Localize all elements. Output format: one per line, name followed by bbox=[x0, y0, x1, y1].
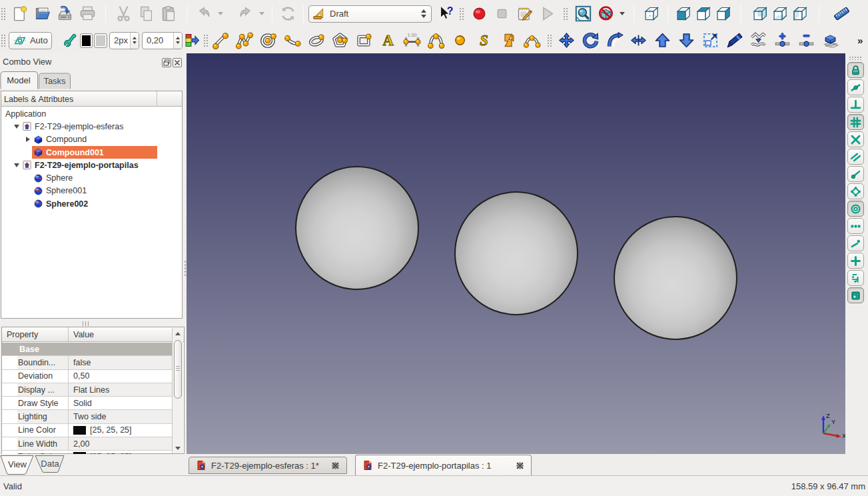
workbench-selector[interactable]: Draft bbox=[308, 5, 432, 23]
draft-scale-button[interactable] bbox=[699, 30, 722, 51]
draft-move-button[interactable] bbox=[556, 30, 578, 51]
sphere-0[interactable] bbox=[295, 166, 419, 290]
draft-edit-button[interactable] bbox=[723, 30, 746, 51]
snap-intersection-button[interactable] bbox=[847, 131, 864, 147]
undo-dropdown[interactable] bbox=[215, 3, 225, 25]
undo-button[interactable] bbox=[193, 3, 215, 25]
measure-distance-button[interactable] bbox=[830, 3, 853, 25]
value-column-header[interactable]: Value bbox=[69, 327, 184, 341]
draft-wire-to-bspline-button[interactable] bbox=[747, 30, 770, 51]
open-document-button[interactable] bbox=[31, 3, 53, 25]
property-value[interactable]: Flat Lines bbox=[69, 385, 173, 395]
refresh-button[interactable] bbox=[276, 3, 299, 25]
property-row-lighting[interactable]: LightingTwo side bbox=[2, 410, 173, 423]
macro-edit-button[interactable] bbox=[513, 3, 536, 25]
draft-rotate-button[interactable] bbox=[580, 30, 602, 51]
view-axonometric-button[interactable] bbox=[640, 3, 662, 25]
draft-del-point-button[interactable] bbox=[795, 30, 818, 51]
draft-bezier-button[interactable] bbox=[521, 30, 544, 51]
text-size-spin-arrows[interactable] bbox=[173, 33, 182, 49]
snap-perpendicular-button[interactable] bbox=[847, 97, 864, 113]
tree-item-box[interactable]: F2-T29-ejemplo-esferas bbox=[21, 120, 127, 133]
redo-dropdown[interactable] bbox=[256, 3, 266, 25]
draft-ellipse-button[interactable] bbox=[305, 30, 328, 51]
tree-item-box[interactable]: Sphere001 bbox=[32, 185, 91, 197]
face-color-swatch[interactable] bbox=[94, 33, 107, 48]
snap-dimensions-button[interactable] bbox=[847, 270, 864, 286]
tree-item-sphere001[interactable]: Sphere001 bbox=[1, 185, 157, 197]
draft-trimex-button[interactable] bbox=[628, 30, 650, 51]
cut-button[interactable] bbox=[112, 3, 135, 25]
property-value[interactable]: Solid bbox=[69, 399, 173, 408]
draft-add-point-button[interactable] bbox=[771, 30, 794, 51]
tree-expander-open[interactable] bbox=[13, 163, 21, 167]
tree-item-f2-t29-ejemplo-portapilas[interactable]: F2-T29-ejemplo-portapilas bbox=[1, 159, 157, 171]
file-toolbar-handle[interactable] bbox=[0, 7, 7, 21]
draft-mod-toolbar-handle[interactable] bbox=[546, 33, 552, 48]
property-row-deviation[interactable]: Deviation0,50 bbox=[2, 370, 173, 383]
snap-toolbar-handle[interactable] bbox=[849, 56, 862, 60]
tab-close-icon[interactable] bbox=[516, 461, 524, 470]
line-width-spin-arrows[interactable] bbox=[130, 33, 139, 49]
property-row-boundin-[interactable]: Boundin...false bbox=[2, 356, 173, 369]
print-button[interactable] bbox=[76, 3, 99, 25]
snap-working-plane-button[interactable] bbox=[847, 287, 864, 303]
draft-point-button[interactable] bbox=[449, 30, 472, 51]
snap-midpoint-button[interactable] bbox=[847, 79, 864, 95]
property-value[interactable]: [25, 25, 25] bbox=[69, 452, 173, 454]
toolbar-overflow[interactable]: » bbox=[853, 35, 868, 46]
scroll-down-button[interactable] bbox=[173, 443, 183, 453]
draft-line-button[interactable] bbox=[209, 30, 232, 51]
tree-item-box[interactable]: Sphere bbox=[32, 171, 77, 184]
snap-center-button[interactable] bbox=[847, 201, 864, 217]
draft-downgrade-button[interactable] bbox=[675, 30, 698, 51]
tree-item-application[interactable]: Application bbox=[1, 107, 157, 120]
tree-item-compound001[interactable]: Compound001 bbox=[1, 146, 157, 159]
draft-toolbar-handle[interactable] bbox=[203, 33, 208, 48]
view-rear-button[interactable] bbox=[749, 3, 769, 25]
property-row-base[interactable]: Base bbox=[2, 343, 173, 356]
text-size-spin[interactable]: 0,20 bbox=[142, 32, 183, 49]
draft-text-button[interactable] bbox=[377, 30, 400, 51]
working-plane-button[interactable]: Auto bbox=[9, 32, 52, 49]
draft-wire-button[interactable] bbox=[233, 30, 256, 51]
paste-button[interactable] bbox=[157, 3, 180, 25]
tree-item-box[interactable]: Compound bbox=[32, 133, 91, 146]
line-color-swatch[interactable] bbox=[80, 33, 93, 48]
new-document-button[interactable] bbox=[8, 3, 31, 25]
snap-parallel-button[interactable] bbox=[847, 149, 864, 165]
tree-item-sphere002[interactable]: Sphere002 bbox=[1, 197, 157, 210]
line-width-spin-value[interactable]: 2px bbox=[110, 33, 130, 49]
property-value[interactable]: [25, 25, 25] bbox=[69, 425, 173, 435]
property-scrollbar[interactable] bbox=[172, 328, 183, 453]
tree-item-box[interactable]: Sphere002 bbox=[32, 197, 92, 210]
property-row-point-color[interactable]: Point Color[25, 25, 25] bbox=[2, 451, 173, 454]
draft-circle-button[interactable] bbox=[257, 30, 280, 51]
view-right-button[interactable] bbox=[713, 3, 733, 25]
draft-arc-button[interactable] bbox=[281, 30, 304, 51]
document-tab-0[interactable]: F2-T29-ejemplo-esferas : 1* bbox=[189, 457, 347, 474]
view-fit-all-button[interactable] bbox=[572, 3, 594, 25]
draft-dimension-button[interactable] bbox=[401, 30, 424, 51]
panel-splitter-handle[interactable] bbox=[73, 321, 100, 326]
panel-close-button[interactable] bbox=[173, 58, 182, 67]
tree-expander-closed[interactable] bbox=[24, 137, 32, 142]
tree-item-f2-t29-ejemplo-esferas[interactable]: F2-T29-ejemplo-esferas bbox=[1, 120, 157, 133]
view-toolbar-handle[interactable] bbox=[562, 7, 569, 21]
view-front-button[interactable] bbox=[673, 3, 693, 25]
draft-tray-handle[interactable] bbox=[0, 33, 7, 48]
document-tab-1[interactable]: F2-T29-ejemplo-portapilas : 1 bbox=[355, 455, 532, 475]
property-value[interactable]: 0,50 bbox=[69, 371, 173, 381]
snap-lock-button[interactable] bbox=[847, 62, 864, 78]
apply-style-button[interactable] bbox=[184, 30, 200, 51]
scrollbar-thumb[interactable] bbox=[174, 340, 182, 399]
construction-mode-button[interactable] bbox=[61, 30, 79, 51]
save-button[interactable] bbox=[53, 3, 76, 25]
snap-special-button[interactable] bbox=[847, 183, 864, 199]
tab-data-label[interactable]: Data bbox=[41, 459, 59, 469]
draft-rectangle-button[interactable] bbox=[353, 30, 376, 51]
panel-float-button[interactable] bbox=[162, 58, 171, 67]
property-value[interactable]: 2,00 bbox=[69, 439, 173, 449]
draft-facebinder-button[interactable] bbox=[497, 30, 520, 51]
property-column-header[interactable]: Property bbox=[2, 327, 69, 341]
